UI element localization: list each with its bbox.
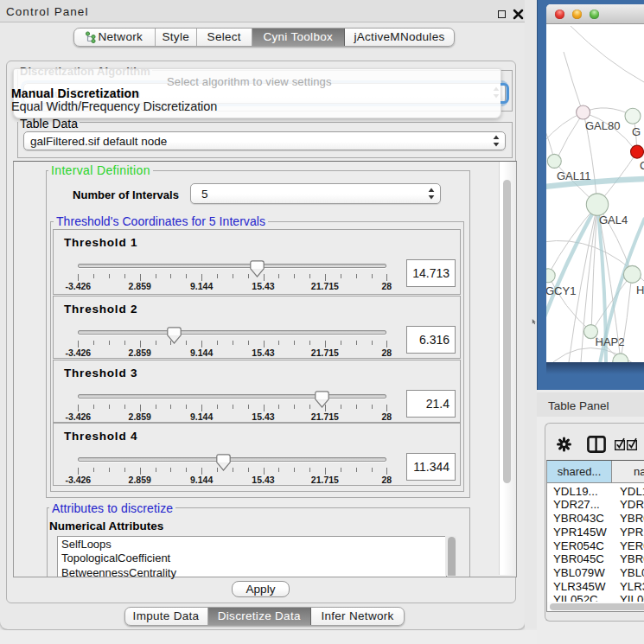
svg-text:GCY1: GCY1 — [546, 284, 576, 297]
svg-text:HAP2: HAP2 — [596, 335, 625, 348]
svg-text:G: G — [632, 125, 641, 138]
svg-text:GAL11: GAL11 — [557, 169, 591, 182]
svg-text:H: H — [636, 284, 644, 296]
svg-text:GAL80: GAL80 — [585, 119, 620, 132]
svg-text:GAL4: GAL4 — [599, 214, 628, 226]
svg-text:C: C — [640, 159, 644, 172]
